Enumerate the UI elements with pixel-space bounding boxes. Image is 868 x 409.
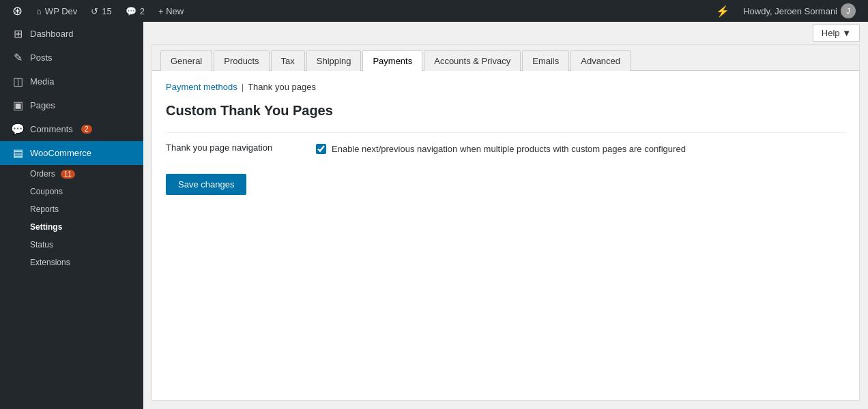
breadcrumb-link[interactable]: Payment methods: [166, 82, 237, 92]
comments-icon: 💬: [126, 6, 136, 16]
sidebar-submenu-coupons[interactable]: Coupons: [0, 183, 143, 200]
checkbox-row: Enable next/previous navigation when mul…: [316, 142, 845, 156]
wp-layout: ⊞ Dashboard ✎ Posts ◫ Media ▣ Pages 💬 Co…: [0, 22, 868, 409]
tab-general[interactable]: General: [160, 50, 212, 71]
sidebar-submenu-reports[interactable]: Reports: [0, 200, 143, 218]
save-changes-button[interactable]: Save changes: [166, 174, 246, 195]
user-greeting[interactable]: Howdy, Jeroen Sormani J: [736, 0, 863, 22]
tab-tax[interactable]: Tax: [271, 50, 305, 71]
sidebar-item-pages[interactable]: ▣ Pages: [0, 93, 143, 117]
sidebar-item-comments[interactable]: 💬 Comments 2: [0, 117, 143, 141]
wp-icon: ⊛: [12, 3, 23, 18]
media-icon: ◫: [11, 75, 25, 88]
dashboard-icon: ⊞: [11, 27, 25, 40]
pages-icon: ▣: [11, 99, 25, 112]
checkbox-label: Enable next/previous navigation when mul…: [332, 142, 686, 156]
breadcrumb-separator: |: [242, 82, 244, 92]
site-name[interactable]: ⌂ WP Dev: [29, 0, 84, 22]
user-avatar: J: [841, 3, 856, 18]
sidebar-item-media[interactable]: ◫ Media: [0, 70, 143, 93]
updates-item[interactable]: ↺ 15: [84, 0, 118, 22]
page-title: Custom Thank You Pages: [166, 103, 845, 119]
help-bar: Help ▼: [143, 22, 868, 44]
settings-tabs: General Products Tax Shipping Payments A…: [152, 45, 859, 71]
breadcrumb: Payment methods | Thank you pages: [166, 82, 845, 92]
setting-value: Enable next/previous navigation when mul…: [316, 133, 845, 166]
setting-label: Thank you page navigation: [166, 133, 316, 166]
comments-badge: 2: [81, 125, 92, 134]
sidebar-item-posts[interactable]: ✎ Posts: [0, 46, 143, 70]
new-item[interactable]: + New: [151, 0, 190, 22]
sidebar-submenu-settings[interactable]: Settings: [0, 218, 143, 236]
admin-bar: ⊛ ⌂ WP Dev ↺ 15 💬 2 + New ⚡ Howdy, Jeroe…: [0, 0, 868, 22]
sidebar-submenu-extensions[interactable]: Extensions: [0, 254, 143, 271]
settings-table: Thank you page navigation Enable next/pr…: [166, 132, 845, 166]
woocommerce-icon: ▤: [11, 147, 25, 160]
tab-products[interactable]: Products: [214, 50, 269, 71]
tab-payments[interactable]: Payments: [362, 50, 422, 71]
home-icon: ⌂: [36, 6, 42, 16]
navigation-checkbox[interactable]: [316, 144, 326, 154]
orders-badge: 11: [61, 170, 75, 179]
help-button[interactable]: Help ▼: [813, 25, 860, 42]
sidebar-item-dashboard[interactable]: ⊞ Dashboard: [0, 22, 143, 46]
sidebar-submenu-status[interactable]: Status: [0, 236, 143, 254]
sidebar-item-woocommerce[interactable]: ▤ WooCommerce: [0, 141, 143, 165]
updates-icon: ↺: [91, 6, 98, 16]
sidebar: ⊞ Dashboard ✎ Posts ◫ Media ▣ Pages 💬 Co…: [0, 22, 143, 409]
lightning-item[interactable]: ⚡: [709, 0, 736, 22]
table-row: Thank you page navigation Enable next/pr…: [166, 133, 845, 166]
lightning-icon: ⚡: [716, 5, 729, 18]
wp-logo[interactable]: ⊛: [5, 0, 29, 22]
comments-item[interactable]: 💬 2: [119, 0, 151, 22]
tab-advanced[interactable]: Advanced: [570, 50, 631, 71]
tab-emails[interactable]: Emails: [522, 50, 569, 71]
content-wrap: General Products Tax Shipping Payments A…: [151, 44, 860, 401]
main-content: Help ▼ General Products Tax Shipping: [143, 22, 868, 409]
page-body: Payment methods | Thank you pages Custom…: [152, 71, 859, 206]
tab-shipping[interactable]: Shipping: [306, 50, 362, 71]
comments-icon: 💬: [11, 123, 25, 136]
adminbar-right: ⚡ Howdy, Jeroen Sormani J: [709, 0, 863, 22]
tab-accounts[interactable]: Accounts & Privacy: [424, 50, 521, 71]
breadcrumb-current: Thank you pages: [248, 82, 316, 92]
posts-icon: ✎: [11, 51, 25, 64]
sidebar-submenu-orders[interactable]: Orders 11: [0, 165, 143, 183]
